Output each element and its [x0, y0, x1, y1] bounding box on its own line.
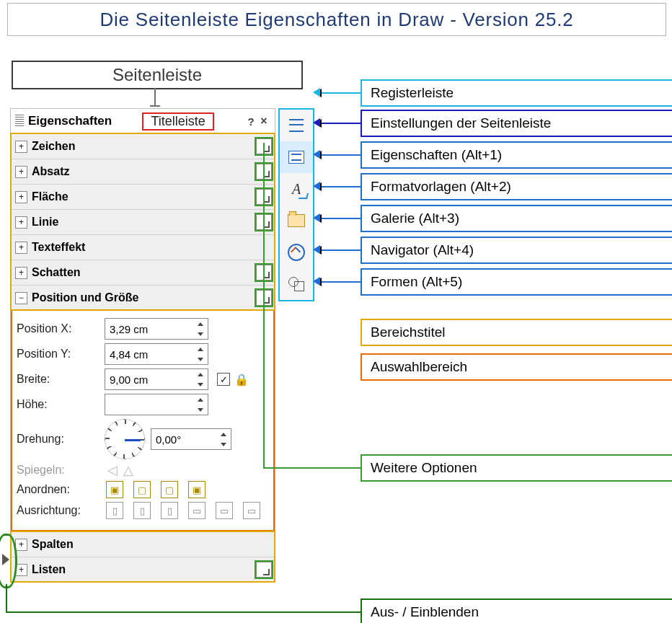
- pos-x-label: Position X:: [17, 322, 105, 335]
- expand-icon[interactable]: +: [15, 539, 27, 551]
- arrow: [316, 218, 361, 219]
- titlebar-callout-label: Titelleiste: [142, 112, 213, 131]
- section-label: Linie: [32, 216, 256, 229]
- expand-icon[interactable]: +: [15, 242, 27, 254]
- send-to-back-icon[interactable]: ▣: [188, 481, 205, 498]
- align-top-icon[interactable]: ▭: [188, 502, 205, 519]
- arrow: [316, 123, 361, 124]
- callout-more-options: Weitere Optionen: [361, 454, 672, 482]
- section-spalten[interactable]: + Spalten: [11, 531, 275, 557]
- spin-up-icon[interactable]: [193, 344, 208, 354]
- rotation-label: Drehung:: [17, 433, 105, 446]
- darkgreen-connector-h: [6, 611, 361, 613]
- rotation-dial[interactable]: [105, 419, 145, 459]
- align-right-icon[interactable]: ▯: [161, 502, 178, 519]
- section-titles-group: + Zeichen + Absatz + Fläche + Linie +: [11, 133, 275, 310]
- align-center-h-icon[interactable]: ▯: [133, 502, 151, 519]
- arrow: [316, 249, 361, 251]
- height-input[interactable]: [105, 394, 208, 415]
- callout-gallery: Galerie (Alt+3): [361, 205, 672, 232]
- arrow: [316, 154, 361, 156]
- section-texteffekt[interactable]: + Texteffekt: [11, 234, 275, 260]
- hamburger-icon: [288, 117, 305, 134]
- page-title: Die Seitenleiste Eigenschaften in Draw -…: [100, 9, 573, 31]
- width-input[interactable]: [105, 368, 208, 390]
- section-position-size[interactable]: − Position und Größe: [11, 285, 275, 310]
- green-connector-h: [263, 467, 361, 469]
- callout-properties: Eigenschaften (Alt+1): [361, 141, 672, 169]
- section-linie[interactable]: + Linie: [11, 209, 275, 234]
- keep-ratio-checkbox[interactable]: ✓: [217, 373, 230, 386]
- section-label: Fläche: [32, 190, 256, 203]
- sidebar-label-connector: [154, 88, 156, 107]
- bring-forward-icon[interactable]: ▢: [133, 481, 151, 498]
- spin-up-icon[interactable]: [193, 394, 208, 405]
- callout-styles: Formatvorlagen (Alt+2): [361, 173, 672, 200]
- bring-to-front-icon[interactable]: ▣: [106, 481, 123, 498]
- arrowhead: [313, 88, 320, 97]
- section-flaeche[interactable]: + Fläche: [11, 184, 275, 209]
- lock-icon: 🔒: [234, 373, 249, 386]
- collapse-icon[interactable]: −: [15, 292, 27, 304]
- gallery-tab[interactable]: [280, 205, 313, 237]
- flip-vertical-icon[interactable]: ◁: [105, 463, 120, 477]
- styles-tab[interactable]: A: [280, 173, 313, 205]
- expand-icon[interactable]: +: [15, 191, 27, 203]
- arrowhead: [313, 118, 320, 127]
- flip-horizontal-icon[interactable]: △: [120, 463, 136, 477]
- bottom-sections-group: + Spalten + Listen: [11, 531, 275, 582]
- more-options-button[interactable]: [256, 562, 272, 578]
- properties-tab[interactable]: [280, 141, 313, 173]
- close-button[interactable]: ×: [257, 115, 270, 128]
- callout-register: Registerleiste: [361, 79, 672, 107]
- align-left-icon[interactable]: ▯: [106, 502, 123, 519]
- spin-down-icon[interactable]: [216, 439, 231, 449]
- callout-shapes: Formen (Alt+5): [361, 268, 672, 296]
- properties-panel: Eigenschaften Titelleiste ? × + Zeichen …: [10, 108, 275, 583]
- section-label: Absatz: [32, 165, 256, 178]
- help-button[interactable]: ?: [244, 115, 257, 128]
- section-listen[interactable]: + Listen: [11, 557, 275, 582]
- send-backward-icon[interactable]: ▢: [161, 481, 178, 498]
- pos-x-input[interactable]: [105, 318, 208, 340]
- green-connector: [263, 143, 265, 467]
- spin-down-icon[interactable]: [193, 329, 208, 339]
- expand-icon[interactable]: +: [15, 267, 27, 279]
- expand-icon[interactable]: +: [15, 141, 27, 153]
- section-absatz[interactable]: + Absatz: [11, 159, 275, 184]
- section-zeichen[interactable]: + Zeichen: [11, 133, 275, 159]
- hide-show-handle-icon[interactable]: [2, 554, 9, 565]
- spin-down-icon[interactable]: [193, 354, 208, 364]
- navigator-tab[interactable]: [280, 237, 313, 268]
- spin-up-icon[interactable]: [193, 369, 208, 379]
- spin-down-icon[interactable]: [193, 405, 208, 415]
- spin-down-icon[interactable]: [193, 379, 208, 389]
- arrowhead: [313, 213, 320, 222]
- darkgreen-connector-v: [6, 584, 7, 611]
- section-schatten[interactable]: + Schatten: [11, 260, 275, 285]
- spin-up-icon[interactable]: [193, 319, 208, 329]
- panel-titlebar: Eigenschaften Titelleiste ? ×: [11, 109, 275, 133]
- rotation-input[interactable]: [151, 428, 231, 450]
- section-label: Position und Größe: [32, 291, 256, 304]
- spin-up-icon[interactable]: [216, 429, 231, 439]
- grip-icon[interactable]: [15, 115, 24, 128]
- section-label: Zeichen: [32, 140, 256, 153]
- arrange-label: Anordnen:: [17, 483, 105, 496]
- expand-icon[interactable]: +: [15, 216, 27, 229]
- expand-icon[interactable]: +: [15, 166, 27, 178]
- pos-y-input[interactable]: [105, 343, 208, 365]
- page-title-box: Die Seitenleiste Eigenschaften in Draw -…: [7, 3, 666, 36]
- height-label: Höhe:: [17, 398, 105, 411]
- align-label: Ausrichtung:: [17, 504, 105, 517]
- callout-section-title: Bereichstitel: [361, 319, 672, 346]
- align-center-v-icon[interactable]: ▭: [216, 502, 233, 519]
- shapes-tab[interactable]: [280, 268, 313, 300]
- position-size-detail: Position X: Position Y: Breite: ✓ 🔒 Höhe…: [11, 310, 275, 531]
- align-bottom-icon[interactable]: ▭: [243, 502, 260, 519]
- sidebar-label-connector-t: [150, 105, 160, 107]
- section-label: Schatten: [32, 266, 256, 279]
- panel-title: Eigenschaften: [28, 114, 112, 128]
- section-label: Listen: [32, 563, 256, 576]
- sidebar-settings-button[interactable]: [280, 110, 313, 141]
